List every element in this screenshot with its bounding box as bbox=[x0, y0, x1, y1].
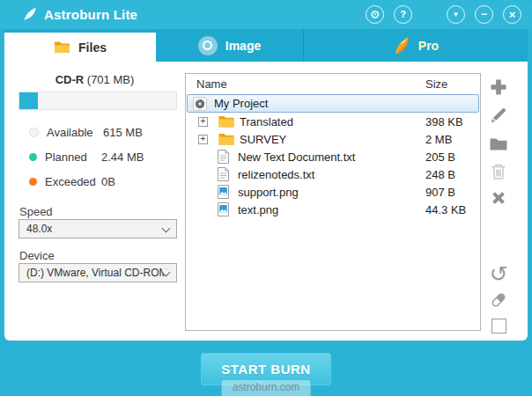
speed-select[interactable]: 48.0x bbox=[18, 219, 177, 238]
tab-image-label: Image bbox=[225, 39, 261, 53]
legend-planned: Planned 2.44 MB bbox=[29, 150, 144, 163]
minimize-button[interactable]: − bbox=[475, 5, 493, 24]
capacity-bar bbox=[18, 92, 177, 110]
device-value: (D:) VMware, Virtual CD-ROM bbox=[26, 267, 167, 279]
erase-disc-button[interactable] bbox=[487, 289, 510, 312]
table-row-survey[interactable]: + SURVEY 2 MB bbox=[186, 130, 480, 148]
row-label: My Project bbox=[214, 97, 268, 110]
available-label: Available bbox=[47, 126, 103, 139]
flame-icon bbox=[393, 36, 410, 55]
x-icon bbox=[489, 188, 508, 208]
astroburn-logo-icon bbox=[21, 6, 38, 23]
row-label: text.png bbox=[238, 203, 278, 216]
help-icon: ? bbox=[400, 9, 406, 19]
folder-icon bbox=[54, 40, 70, 54]
file-list-panel: Name Size My Project + bbox=[185, 73, 481, 331]
speed-value: 48.0x bbox=[26, 223, 52, 235]
folder-icon bbox=[218, 115, 234, 128]
row-size: 44.3 KB bbox=[425, 203, 466, 216]
eraser-icon bbox=[488, 290, 509, 311]
window-title: Astroburn Lite bbox=[44, 0, 137, 29]
row-label: New Text Document.txt bbox=[238, 150, 355, 164]
tab-pro-label: Pro bbox=[418, 39, 439, 53]
device-select[interactable]: (D:) VMware, Virtual CD-ROM bbox=[18, 263, 177, 282]
add-files-button[interactable] bbox=[487, 76, 510, 99]
column-size[interactable]: Size bbox=[425, 77, 447, 91]
table-row-text-png[interactable]: text.png 44.3 KB bbox=[186, 201, 480, 218]
triangle-down-icon: ▼ bbox=[453, 11, 460, 18]
legend-exceeded: Exceeded 0B bbox=[29, 175, 115, 187]
available-dot-icon bbox=[29, 128, 39, 137]
minimize-to-tray-button[interactable]: ▼ bbox=[447, 5, 465, 24]
disc-capacity: (701 MB) bbox=[84, 73, 134, 86]
legend-available: Available 615 MB bbox=[29, 126, 143, 138]
verify-checkbox[interactable] bbox=[487, 314, 510, 337]
plus-icon bbox=[488, 77, 509, 98]
delete-button[interactable] bbox=[487, 160, 510, 183]
tab-files[interactable]: Files bbox=[4, 33, 156, 62]
table-row-support-png[interactable]: support.png 907 B bbox=[186, 183, 480, 201]
text-file-icon bbox=[218, 167, 229, 181]
file-list-header: Name Size bbox=[186, 74, 480, 94]
folder-icon bbox=[218, 133, 234, 145]
exceeded-dot-icon bbox=[29, 178, 37, 186]
planned-label: Planned bbox=[45, 150, 101, 164]
exceeded-label: Exceeded bbox=[45, 175, 101, 188]
row-label: Translated bbox=[240, 115, 293, 128]
pencil-icon bbox=[488, 105, 509, 126]
title-bar: Astroburn Lite ⚙ ? ▼ − × bbox=[0, 0, 532, 29]
tab-files-label: Files bbox=[78, 40, 107, 55]
new-folder-button[interactable] bbox=[487, 132, 510, 155]
exceeded-value: 0B bbox=[101, 175, 115, 188]
image-file-icon bbox=[218, 202, 229, 216]
undo-icon: ↺ bbox=[490, 262, 508, 285]
row-size: 205 B bbox=[425, 150, 455, 164]
settings-button[interactable]: ⚙ bbox=[366, 5, 384, 24]
footer-bar: START BURN astroburn.com bbox=[0, 341, 532, 396]
planned-value: 2.44 MB bbox=[101, 150, 144, 164]
close-button[interactable]: × bbox=[503, 5, 521, 24]
tab-image[interactable]: Image bbox=[156, 29, 304, 62]
undo-button[interactable]: ↺ bbox=[487, 262, 510, 285]
website-link[interactable]: astroburn.com bbox=[222, 380, 311, 396]
row-size: 2 MB bbox=[425, 133, 452, 146]
capacity-bar-fill bbox=[19, 92, 38, 109]
checkbox-icon bbox=[491, 319, 506, 334]
astroburn-window: Astroburn Lite ⚙ ? ▼ − × Files Image bbox=[0, 0, 532, 396]
gear-icon: ⚙ bbox=[370, 8, 381, 21]
row-label: SURVEY bbox=[240, 133, 286, 146]
column-name[interactable]: Name bbox=[196, 77, 227, 91]
row-size: 907 B bbox=[425, 186, 455, 199]
tab-pro[interactable]: Pro bbox=[304, 29, 528, 62]
available-value: 615 MB bbox=[103, 126, 143, 139]
tab-bar: Files Image Pro bbox=[4, 29, 528, 62]
device-label: Device bbox=[19, 249, 55, 262]
row-size: 248 B bbox=[425, 168, 455, 181]
text-file-icon bbox=[218, 150, 229, 164]
speed-label: Speed bbox=[19, 205, 53, 218]
main-content: CD-R (701 MB) Available 615 MB Planned 2… bbox=[4, 62, 528, 341]
disc-project-icon bbox=[193, 97, 207, 111]
folder-icon bbox=[488, 133, 509, 154]
image-file-icon bbox=[218, 185, 229, 199]
close-icon: × bbox=[509, 8, 516, 21]
disc-icon bbox=[198, 36, 218, 55]
expand-icon[interactable]: + bbox=[198, 135, 208, 144]
help-button[interactable]: ? bbox=[394, 5, 412, 24]
disc-info: CD-R (701 MB) bbox=[4, 73, 185, 86]
row-label: relizenoteds.txt bbox=[238, 168, 314, 181]
rename-button[interactable] bbox=[487, 104, 510, 127]
table-row-my-project[interactable]: My Project bbox=[187, 94, 479, 113]
table-row-new-text-document[interactable]: New Text Document.txt 205 B bbox=[186, 148, 480, 165]
row-size: 398 KB bbox=[425, 115, 463, 128]
clear-all-button[interactable] bbox=[487, 187, 510, 209]
disc-type: CD-R bbox=[55, 73, 85, 86]
minus-icon: − bbox=[481, 8, 487, 20]
expand-icon[interactable]: + bbox=[198, 117, 208, 127]
row-label: support.png bbox=[238, 186, 299, 199]
trash-icon bbox=[488, 161, 509, 182]
table-row-translated[interactable]: + Translated 398 KB bbox=[186, 113, 480, 130]
table-row-relizenoteds[interactable]: relizenoteds.txt 248 B bbox=[186, 165, 480, 183]
planned-dot-icon bbox=[29, 153, 37, 161]
chevron-down-icon bbox=[162, 224, 171, 233]
